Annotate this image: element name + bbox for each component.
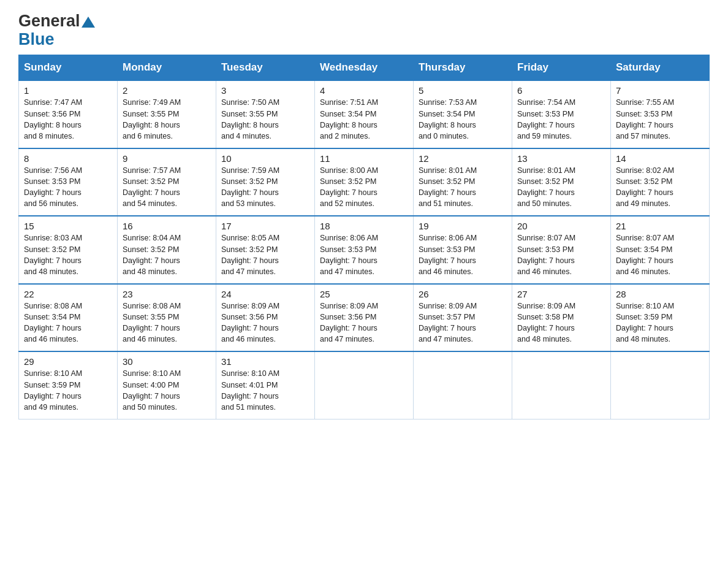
day-info: Sunrise: 7:50 AMSunset: 3:55 PMDaylight:… xyxy=(221,97,309,142)
calendar-cell: 15 Sunrise: 8:03 AMSunset: 3:52 PMDaylig… xyxy=(19,216,118,284)
day-number: 26 xyxy=(419,289,507,299)
day-info: Sunrise: 8:09 AMSunset: 3:58 PMDaylight:… xyxy=(517,301,605,345)
calendar-cell: 1 Sunrise: 7:47 AMSunset: 3:56 PMDayligh… xyxy=(19,80,118,148)
day-info: Sunrise: 8:00 AMSunset: 3:52 PMDaylight:… xyxy=(320,165,408,210)
calendar-cell: 10 Sunrise: 7:59 AMSunset: 3:52 PMDaylig… xyxy=(216,148,315,216)
day-number: 29 xyxy=(24,356,112,367)
day-info: Sunrise: 8:01 AMSunset: 3:52 PMDaylight:… xyxy=(419,165,507,210)
calendar-table: SundayMondayTuesdayWednesdayThursdayFrid… xyxy=(18,55,710,419)
day-number: 21 xyxy=(616,221,704,231)
logo-general: General xyxy=(18,12,95,31)
calendar-cell: 26 Sunrise: 8:09 AMSunset: 3:57 PMDaylig… xyxy=(414,284,512,352)
day-info: Sunrise: 7:57 AMSunset: 3:52 PMDaylight:… xyxy=(123,165,211,210)
calendar-cell xyxy=(512,351,611,419)
day-number: 5 xyxy=(419,85,507,96)
calendar-cell: 24 Sunrise: 8:09 AMSunset: 3:56 PMDaylig… xyxy=(216,284,315,352)
day-info: Sunrise: 8:08 AMSunset: 3:55 PMDaylight:… xyxy=(123,301,211,345)
day-number: 19 xyxy=(419,221,507,231)
day-info: Sunrise: 8:09 AMSunset: 3:56 PMDaylight:… xyxy=(320,301,408,345)
day-info: Sunrise: 7:53 AMSunset: 3:54 PMDaylight:… xyxy=(419,97,507,142)
calendar-cell: 9 Sunrise: 7:57 AMSunset: 3:52 PMDayligh… xyxy=(118,148,216,216)
weekday-header-sunday: Sunday xyxy=(19,55,118,81)
day-number: 8 xyxy=(24,153,112,164)
day-info: Sunrise: 8:03 AMSunset: 3:52 PMDaylight:… xyxy=(24,232,112,277)
day-number: 11 xyxy=(320,153,408,164)
calendar-cell: 29 Sunrise: 8:10 AMSunset: 3:59 PMDaylig… xyxy=(19,351,118,419)
day-info: Sunrise: 7:55 AMSunset: 3:53 PMDaylight:… xyxy=(616,97,704,142)
day-number: 30 xyxy=(123,356,211,367)
day-info: Sunrise: 7:47 AMSunset: 3:56 PMDaylight:… xyxy=(24,97,112,142)
day-info: Sunrise: 8:07 AMSunset: 3:54 PMDaylight:… xyxy=(616,232,704,277)
day-number: 20 xyxy=(517,221,605,231)
day-info: Sunrise: 8:01 AMSunset: 3:52 PMDaylight:… xyxy=(517,165,605,210)
logo-triangle-icon xyxy=(82,17,95,28)
logo: General Blue xyxy=(18,12,95,48)
calendar-cell: 31 Sunrise: 8:10 AMSunset: 4:01 PMDaylig… xyxy=(216,351,315,419)
day-number: 12 xyxy=(419,153,507,164)
day-info: Sunrise: 8:08 AMSunset: 3:54 PMDaylight:… xyxy=(24,301,112,345)
calendar-cell: 28 Sunrise: 8:10 AMSunset: 3:59 PMDaylig… xyxy=(611,284,710,352)
calendar-cell: 17 Sunrise: 8:05 AMSunset: 3:52 PMDaylig… xyxy=(216,216,315,284)
weekday-header-wednesday: Wednesday xyxy=(315,55,414,81)
calendar-cell: 27 Sunrise: 8:09 AMSunset: 3:58 PMDaylig… xyxy=(512,284,611,352)
weekday-header-friday: Friday xyxy=(512,55,611,81)
day-number: 28 xyxy=(616,289,704,299)
day-info: Sunrise: 8:09 AMSunset: 3:56 PMDaylight:… xyxy=(221,301,309,345)
day-number: 31 xyxy=(221,356,309,367)
day-number: 17 xyxy=(221,221,309,231)
day-info: Sunrise: 8:06 AMSunset: 3:53 PMDaylight:… xyxy=(419,232,507,277)
week-row-1: 1 Sunrise: 7:47 AMSunset: 3:56 PMDayligh… xyxy=(19,80,710,148)
day-number: 24 xyxy=(221,289,309,299)
day-number: 1 xyxy=(24,85,112,96)
weekday-header-saturday: Saturday xyxy=(611,55,710,81)
weekday-header-thursday: Thursday xyxy=(414,55,512,81)
calendar-cell: 14 Sunrise: 8:02 AMSunset: 3:52 PMDaylig… xyxy=(611,148,710,216)
day-info: Sunrise: 7:56 AMSunset: 3:53 PMDaylight:… xyxy=(24,165,112,210)
calendar-cell: 11 Sunrise: 8:00 AMSunset: 3:52 PMDaylig… xyxy=(315,148,414,216)
day-info: Sunrise: 7:51 AMSunset: 3:54 PMDaylight:… xyxy=(320,97,408,142)
day-number: 16 xyxy=(123,221,211,231)
calendar-cell: 22 Sunrise: 8:08 AMSunset: 3:54 PMDaylig… xyxy=(19,284,118,352)
week-row-4: 22 Sunrise: 8:08 AMSunset: 3:54 PMDaylig… xyxy=(19,284,710,352)
week-row-3: 15 Sunrise: 8:03 AMSunset: 3:52 PMDaylig… xyxy=(19,216,710,284)
day-info: Sunrise: 8:09 AMSunset: 3:57 PMDaylight:… xyxy=(419,301,507,345)
page-header: General Blue xyxy=(18,12,710,48)
svg-marker-0 xyxy=(82,17,95,28)
calendar-cell: 8 Sunrise: 7:56 AMSunset: 3:53 PMDayligh… xyxy=(19,148,118,216)
day-info: Sunrise: 8:10 AMSunset: 4:01 PMDaylight:… xyxy=(221,368,309,413)
day-info: Sunrise: 8:02 AMSunset: 3:52 PMDaylight:… xyxy=(616,165,704,210)
weekday-header-monday: Monday xyxy=(118,55,216,81)
calendar-cell: 2 Sunrise: 7:49 AMSunset: 3:55 PMDayligh… xyxy=(118,80,216,148)
calendar-cell: 30 Sunrise: 8:10 AMSunset: 4:00 PMDaylig… xyxy=(118,351,216,419)
day-number: 14 xyxy=(616,153,704,164)
calendar-cell: 20 Sunrise: 8:07 AMSunset: 3:53 PMDaylig… xyxy=(512,216,611,284)
day-info: Sunrise: 7:49 AMSunset: 3:55 PMDaylight:… xyxy=(123,97,211,142)
day-number: 25 xyxy=(320,289,408,299)
calendar-cell: 7 Sunrise: 7:55 AMSunset: 3:53 PMDayligh… xyxy=(611,80,710,148)
week-row-2: 8 Sunrise: 7:56 AMSunset: 3:53 PMDayligh… xyxy=(19,148,710,216)
day-info: Sunrise: 8:07 AMSunset: 3:53 PMDaylight:… xyxy=(517,232,605,277)
calendar-cell: 12 Sunrise: 8:01 AMSunset: 3:52 PMDaylig… xyxy=(414,148,512,216)
day-number: 22 xyxy=(24,289,112,299)
day-info: Sunrise: 8:10 AMSunset: 3:59 PMDaylight:… xyxy=(24,368,112,413)
day-info: Sunrise: 8:04 AMSunset: 3:52 PMDaylight:… xyxy=(123,232,211,277)
calendar-cell: 4 Sunrise: 7:51 AMSunset: 3:54 PMDayligh… xyxy=(315,80,414,148)
day-number: 2 xyxy=(123,85,211,96)
day-number: 6 xyxy=(517,85,605,96)
day-number: 10 xyxy=(221,153,309,164)
day-info: Sunrise: 8:05 AMSunset: 3:52 PMDaylight:… xyxy=(221,232,309,277)
calendar-cell: 21 Sunrise: 8:07 AMSunset: 3:54 PMDaylig… xyxy=(611,216,710,284)
calendar-cell: 3 Sunrise: 7:50 AMSunset: 3:55 PMDayligh… xyxy=(216,80,315,148)
calendar-cell xyxy=(414,351,512,419)
day-number: 15 xyxy=(24,221,112,231)
calendar-cell: 13 Sunrise: 8:01 AMSunset: 3:52 PMDaylig… xyxy=(512,148,611,216)
weekday-header-tuesday: Tuesday xyxy=(216,55,315,81)
logo-blue: Blue xyxy=(18,31,95,49)
calendar-cell: 6 Sunrise: 7:54 AMSunset: 3:53 PMDayligh… xyxy=(512,80,611,148)
day-number: 27 xyxy=(517,289,605,299)
day-number: 3 xyxy=(221,85,309,96)
calendar-cell: 16 Sunrise: 8:04 AMSunset: 3:52 PMDaylig… xyxy=(118,216,216,284)
day-number: 7 xyxy=(616,85,704,96)
day-number: 4 xyxy=(320,85,408,96)
calendar-cell xyxy=(611,351,710,419)
